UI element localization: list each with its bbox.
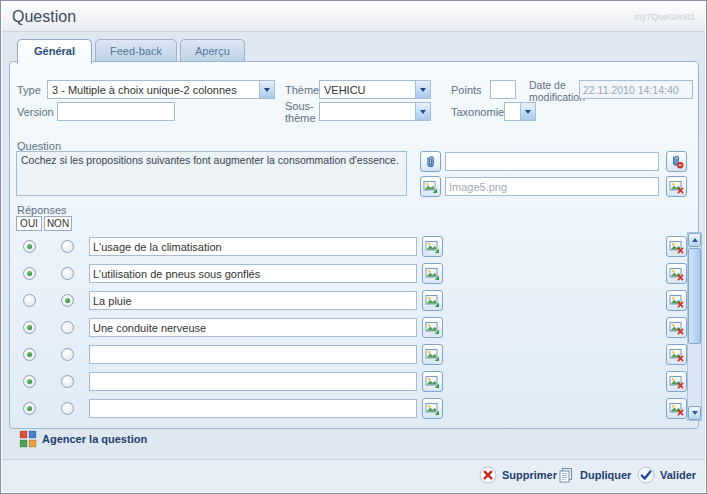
theme-label: Thème — [285, 84, 319, 96]
scroll-up-icon[interactable] — [688, 233, 701, 247]
validate-button[interactable]: Valider — [637, 466, 696, 484]
answer-add-image-button[interactable] — [422, 290, 443, 311]
tab-bar: Général Feed-back Aperçu — [17, 39, 245, 64]
duplicate-icon — [557, 466, 575, 484]
column-header-oui: OUI — [16, 216, 42, 231]
answers-scrollbar[interactable] — [687, 232, 702, 421]
answer-add-image-button[interactable] — [422, 371, 443, 392]
sous-theme-label: Sous-thème — [285, 100, 319, 124]
answer-oui-radio[interactable] — [23, 348, 36, 361]
answer-remove-image-button[interactable] — [666, 317, 687, 338]
tab-feedback[interactable]: Feed-back — [95, 39, 177, 62]
version-label: Version — [17, 106, 54, 118]
image-add-icon — [425, 320, 440, 335]
arrange-question-button[interactable]: Agencer la question — [19, 430, 147, 448]
answer-text-input[interactable] — [89, 237, 417, 256]
answer-remove-image-button[interactable] — [666, 236, 687, 257]
question-remove-image-button[interactable] — [666, 176, 687, 197]
answer-remove-image-button[interactable] — [666, 398, 687, 419]
image-remove-icon — [669, 320, 684, 335]
question-attachment-input[interactable] — [445, 152, 659, 171]
answer-add-image-button[interactable] — [422, 398, 443, 419]
image-add-icon — [425, 266, 440, 281]
chevron-down-icon[interactable] — [415, 103, 430, 120]
tab-general[interactable]: Général — [17, 39, 92, 64]
image-remove-icon — [669, 347, 684, 362]
arrange-icon — [19, 430, 37, 448]
answer-oui-radio[interactable] — [23, 375, 36, 388]
question-attach-file-button[interactable] — [420, 151, 441, 172]
type-label: Type — [17, 84, 41, 96]
answer-add-image-button[interactable] — [422, 263, 443, 284]
page-title: Question — [12, 8, 76, 26]
answer-remove-image-button[interactable] — [666, 290, 687, 311]
paperclip-remove-icon — [669, 154, 684, 169]
version-input[interactable] — [57, 102, 175, 121]
image-remove-icon — [669, 266, 684, 281]
answer-non-radio[interactable] — [61, 375, 74, 388]
answer-add-image-button[interactable] — [422, 317, 443, 338]
image-add-icon — [423, 179, 438, 194]
answer-non-radio[interactable] — [61, 321, 74, 334]
answers-label: Réponses — [17, 204, 67, 216]
taxonomie-label: Taxonomie — [451, 106, 504, 118]
taxonomie-select[interactable] — [504, 102, 536, 121]
answer-oui-radio[interactable] — [23, 321, 36, 334]
delete-icon — [479, 466, 497, 484]
scroll-down-icon[interactable] — [688, 406, 701, 420]
delete-button[interactable]: Supprimer — [479, 466, 557, 484]
modification-date-input[interactable] — [579, 80, 693, 99]
answer-non-radio[interactable] — [61, 240, 74, 253]
answer-row — [1, 234, 706, 261]
answer-text-input[interactable] — [89, 264, 417, 283]
answer-text-input[interactable] — [89, 291, 417, 310]
answer-text-input[interactable] — [89, 318, 417, 337]
image-remove-icon — [669, 239, 684, 254]
question-text-area[interactable]: Cochez si les propositions suivantes fon… — [16, 151, 407, 196]
question-remove-file-button[interactable] — [666, 151, 687, 172]
answer-oui-radio[interactable] — [23, 240, 36, 253]
chevron-down-icon[interactable] — [259, 81, 274, 98]
scrollbar-thumb[interactable] — [688, 248, 701, 344]
image-remove-icon — [669, 293, 684, 308]
answer-oui-radio[interactable] — [23, 402, 36, 415]
points-input[interactable] — [490, 80, 516, 99]
app-watermark: my7QueGen01 — [634, 12, 695, 22]
answer-row — [1, 342, 706, 369]
answer-row — [1, 315, 706, 342]
chevron-down-icon[interactable] — [415, 81, 430, 98]
answer-add-image-button[interactable] — [422, 236, 443, 257]
image-add-icon — [425, 401, 440, 416]
image-add-icon — [425, 374, 440, 389]
answer-non-radio[interactable] — [61, 402, 74, 415]
question-image-input[interactable] — [445, 177, 659, 196]
chevron-down-icon[interactable] — [520, 103, 535, 120]
answer-non-radio[interactable] — [61, 267, 74, 280]
answer-text-input[interactable] — [89, 399, 417, 418]
image-add-icon — [425, 239, 440, 254]
answer-add-image-button[interactable] — [422, 344, 443, 365]
column-header-non: NON — [44, 216, 72, 231]
answer-text-input[interactable] — [89, 372, 417, 391]
theme-select[interactable]: VEHICU — [319, 80, 431, 99]
image-remove-icon — [669, 401, 684, 416]
image-remove-icon — [669, 179, 684, 194]
image-add-icon — [425, 293, 440, 308]
answer-non-radio[interactable] — [61, 294, 74, 307]
answer-remove-image-button[interactable] — [666, 344, 687, 365]
answer-row — [1, 261, 706, 288]
answer-oui-radio[interactable] — [23, 294, 36, 307]
question-add-image-button[interactable] — [420, 176, 441, 197]
answer-oui-radio[interactable] — [23, 267, 36, 280]
type-select[interactable]: 3 - Multiple à choix unique-2 colonnes — [47, 80, 275, 99]
answer-remove-image-button[interactable] — [666, 263, 687, 284]
title-bar: Question my7QueGen01 — [2, 2, 705, 32]
duplicate-button[interactable]: Dupliquer — [557, 466, 631, 484]
tab-apercu[interactable]: Aperçu — [180, 39, 245, 62]
sous-theme-select[interactable] — [319, 102, 431, 121]
answer-text-input[interactable] — [89, 345, 417, 364]
answer-remove-image-button[interactable] — [666, 371, 687, 392]
answer-non-radio[interactable] — [61, 348, 74, 361]
paperclip-icon — [423, 154, 438, 169]
validate-icon — [637, 466, 655, 484]
